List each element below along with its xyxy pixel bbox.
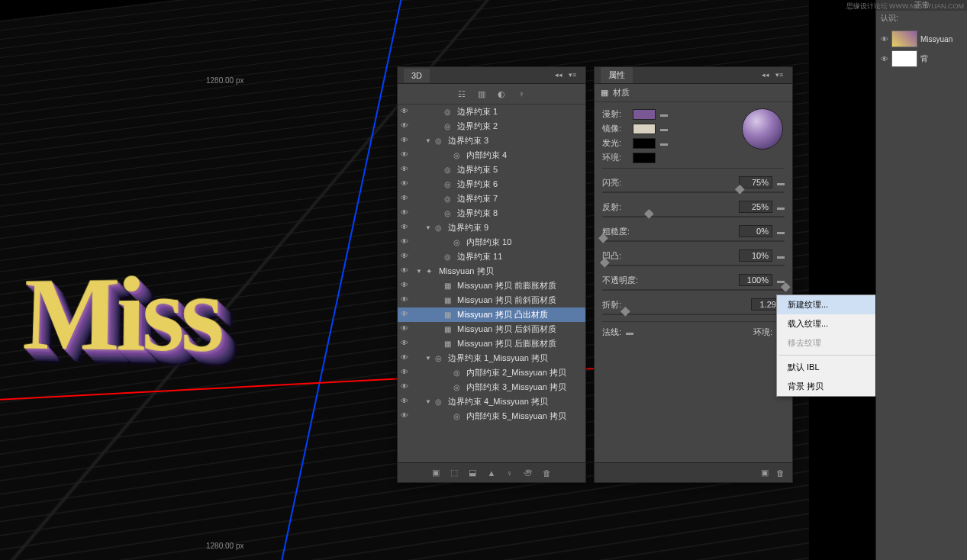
tree-row[interactable]: 👁◎内部约束 5_Missyuan 拷贝 xyxy=(398,409,585,423)
visibility-icon[interactable]: 👁 xyxy=(401,237,411,248)
tree-row[interactable]: 👁◎内部约束 10 xyxy=(398,235,585,249)
footer-icon-5[interactable]: ♀ xyxy=(506,468,512,478)
folder-icon[interactable]: ▬ xyxy=(777,227,785,236)
tree-row[interactable]: 👁◎边界约束 8 xyxy=(398,206,585,220)
layers-list[interactable]: 👁Missyuan👁背 xyxy=(876,26,967,72)
tree-row[interactable]: 👁◎边界约束 1 xyxy=(398,105,585,119)
refract-slider[interactable] xyxy=(602,314,785,315)
trash-icon[interactable]: 🗑 xyxy=(543,468,551,478)
filter-material-icon[interactable]: ◐ xyxy=(495,88,508,100)
shine-value[interactable]: 75% xyxy=(739,176,772,188)
specular-swatch[interactable] xyxy=(633,124,656,134)
visibility-icon[interactable]: 👁 xyxy=(401,353,411,364)
ambient-swatch[interactable] xyxy=(633,153,656,163)
footer-icon-2[interactable]: ⬚ xyxy=(450,468,458,478)
tree-row[interactable]: 👁◎边界约束 11 xyxy=(398,249,585,264)
tree-row[interactable]: 👁▼◎边界约束 1_Missyuan 拷贝 xyxy=(398,351,585,365)
tree-row[interactable]: 👁▦Missyuan 拷贝 凸出材质 xyxy=(398,307,585,322)
visibility-icon[interactable]: 👁 xyxy=(401,165,411,175)
tree-row[interactable]: 👁◎边界约束 2 xyxy=(398,119,585,134)
trash-icon[interactable]: 🗑 xyxy=(776,468,785,478)
new-icon[interactable]: ▣ xyxy=(761,468,769,478)
opacity-slider[interactable] xyxy=(602,289,785,291)
folder-icon[interactable]: ▬ xyxy=(777,179,785,187)
tree-row[interactable]: 👁▼◎边界约束 4_Missyuan 拷贝 xyxy=(398,394,585,409)
3d-scene-tree[interactable]: 👁◎边界约束 1👁◎边界约束 2👁▼◎边界约束 3👁◎内部约束 4👁◎边界约束 … xyxy=(398,105,585,463)
visibility-icon[interactable]: 👁 xyxy=(401,310,411,320)
visibility-icon[interactable]: 👁 xyxy=(401,150,411,161)
visibility-icon[interactable]: 👁 xyxy=(401,121,411,132)
layer-thumbnail[interactable] xyxy=(891,31,917,47)
visibility-icon[interactable]: 👁 xyxy=(401,194,411,204)
folder-icon[interactable]: ▬ xyxy=(777,203,785,211)
visibility-icon[interactable]: 👁 xyxy=(401,281,411,291)
menu-icon[interactable]: ▾≡ xyxy=(569,71,579,80)
folder-icon[interactable]: ▬ xyxy=(660,124,668,133)
props-tab[interactable]: 属性 xyxy=(601,67,633,83)
folder-icon[interactable]: ▬ xyxy=(777,252,785,260)
expand-arrow-icon[interactable]: ▼ xyxy=(416,268,424,275)
reflect-value[interactable]: 25% xyxy=(739,201,772,213)
expand-arrow-icon[interactable]: ▼ xyxy=(425,355,433,362)
visibility-icon[interactable]: 👁 xyxy=(401,223,411,233)
layer-row[interactable]: 👁背 xyxy=(879,49,964,69)
folder-icon[interactable]: ▬ xyxy=(626,328,633,336)
visibility-icon[interactable]: 👁 xyxy=(401,266,411,277)
tree-row[interactable]: 👁◎边界约束 7 xyxy=(398,191,585,206)
visibility-icon[interactable]: 👁 xyxy=(401,252,411,262)
visibility-icon[interactable]: 👁 xyxy=(401,324,411,335)
visibility-icon[interactable]: 👁 xyxy=(401,208,411,219)
3d-tab[interactable]: 3D xyxy=(404,69,430,82)
visibility-icon[interactable]: 👁 xyxy=(401,179,411,190)
folder-icon[interactable]: ▬ xyxy=(660,139,668,147)
menu-icon[interactable]: ▾≡ xyxy=(775,71,786,80)
filter-scene-icon[interactable]: ☷ xyxy=(456,88,468,100)
visibility-icon[interactable]: 👁 xyxy=(401,136,411,146)
3d-panel-header[interactable]: 3D ◂◂ ▾≡ xyxy=(398,67,585,84)
props-panel-header[interactable]: 属性 ◂◂ ▾≡ xyxy=(595,67,792,84)
tree-row[interactable]: 👁▼◎边界约束 3 xyxy=(398,134,585,148)
filter-light-icon[interactable]: ♀ xyxy=(515,88,527,100)
footer-icon-3[interactable]: ⬓ xyxy=(469,468,476,478)
visibility-icon[interactable]: 👁 xyxy=(401,382,411,393)
footer-icon-1[interactable]: ▣ xyxy=(432,468,440,478)
layer-thumbnail[interactable] xyxy=(891,50,917,67)
collapse-icon[interactable]: ◂◂ xyxy=(555,71,566,80)
tree-row[interactable]: 👁▼✦Missyuan 拷贝 xyxy=(398,264,585,278)
footer-icon-4[interactable]: ▲ xyxy=(487,468,495,478)
folder-icon[interactable]: ▬ xyxy=(660,110,668,118)
bump-slider[interactable] xyxy=(602,265,785,266)
tree-row[interactable]: 👁▦Missyuan 拷贝 后膨胀材质 xyxy=(398,336,585,351)
bump-value[interactable]: 10% xyxy=(739,249,772,262)
3d-text-object[interactable]: Miss xyxy=(21,250,221,377)
tree-row[interactable]: 👁◎内部约束 2_Missyuan 拷贝 xyxy=(398,365,585,380)
illum-swatch[interactable] xyxy=(633,138,656,149)
shine-slider[interactable] xyxy=(602,191,785,193)
expand-arrow-icon[interactable]: ▼ xyxy=(425,224,433,231)
layer-row[interactable]: 👁Missyuan xyxy=(879,29,964,49)
visibility-icon[interactable]: 👁 xyxy=(401,295,411,306)
tree-row[interactable]: 👁▦Missyuan 拷贝 前斜面材质 xyxy=(398,293,585,307)
tree-row[interactable]: 👁◎边界约束 6 xyxy=(398,177,585,191)
visibility-icon[interactable]: 👁 xyxy=(401,107,411,117)
visibility-icon[interactable]: 👁 xyxy=(881,35,888,43)
tree-row[interactable]: 👁◎边界约束 5 xyxy=(398,163,585,177)
collapse-icon[interactable]: ◂◂ xyxy=(762,71,772,80)
expand-arrow-icon[interactable]: ▼ xyxy=(425,137,433,144)
material-preview-sphere[interactable] xyxy=(742,108,783,150)
tree-row[interactable]: 👁◎内部约束 3_Missyuan 拷贝 xyxy=(398,380,585,394)
visibility-icon[interactable]: 👁 xyxy=(401,411,411,422)
rough-value[interactable]: 0% xyxy=(739,225,772,237)
footer-icon-6[interactable]: 🖑 xyxy=(524,468,532,478)
filter-mesh-icon[interactable]: ▥ xyxy=(475,88,488,100)
reflect-slider[interactable] xyxy=(602,216,785,217)
tree-row[interactable]: 👁▼◎边界约束 9 xyxy=(398,220,585,235)
tree-row[interactable]: 👁▦Missyuan 拷贝 后斜面材质 xyxy=(398,322,585,336)
tree-row[interactable]: 👁▦Missyuan 拷贝 前膨胀材质 xyxy=(398,278,585,293)
tree-row[interactable]: 👁◎内部约束 4 xyxy=(398,148,585,163)
diffuse-swatch[interactable] xyxy=(633,109,656,120)
visibility-icon[interactable]: 👁 xyxy=(401,368,411,378)
opacity-value[interactable]: 100% xyxy=(739,274,772,286)
expand-arrow-icon[interactable]: ▼ xyxy=(425,398,433,405)
visibility-icon[interactable]: 👁 xyxy=(881,55,888,63)
